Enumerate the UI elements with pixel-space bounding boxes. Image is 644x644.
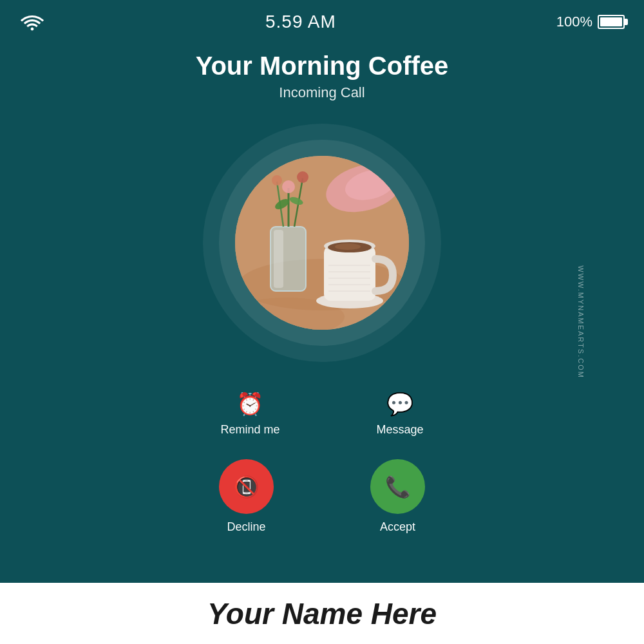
- accept-label: Accept: [380, 520, 415, 534]
- action-row: ⏰ Remind me 💬 Message: [220, 391, 423, 437]
- svg-point-10: [297, 171, 308, 183]
- accept-wrapper: 📞 Accept: [370, 459, 425, 534]
- battery-container: 100%: [556, 14, 625, 30]
- decline-icon: 📵: [234, 475, 260, 499]
- remind-me-action[interactable]: ⏰ Remind me: [220, 391, 279, 437]
- battery-icon: [598, 15, 625, 29]
- status-bar: 5.59 AM 100%: [0, 0, 644, 39]
- time-display: 5.59 AM: [265, 12, 336, 32]
- accept-button[interactable]: 📞: [370, 459, 425, 514]
- svg-rect-4: [274, 230, 283, 288]
- avatar: [235, 156, 409, 330]
- battery-percent-text: 100%: [556, 14, 592, 30]
- message-label: Message: [376, 423, 423, 437]
- remind-icon: ⏰: [236, 391, 263, 417]
- phone-screen: 5.59 AM 100% Your Morning Coffee Incomin…: [0, 0, 644, 644]
- svg-point-8: [282, 180, 295, 193]
- decline-label: Decline: [227, 520, 265, 534]
- svg-point-17: [335, 243, 361, 250]
- caller-name: Your Morning Coffee: [196, 52, 449, 80]
- avatar-wrapper: [200, 120, 444, 365]
- svg-point-9: [272, 175, 282, 185]
- decline-wrapper: 📵 Decline: [219, 459, 274, 534]
- wifi-icon: [19, 12, 45, 32]
- banner-text: Your Name Here: [207, 596, 437, 631]
- message-icon: 💬: [386, 391, 413, 417]
- watermark: WWW.MYNAMEARTS.COM: [577, 265, 585, 379]
- svg-rect-14: [324, 246, 375, 301]
- decline-button[interactable]: 📵: [219, 459, 274, 514]
- remind-label: Remind me: [220, 423, 279, 437]
- accept-icon: 📞: [385, 475, 411, 499]
- call-status: Incoming Call: [279, 84, 365, 101]
- message-action[interactable]: 💬 Message: [376, 391, 423, 437]
- call-buttons-row: 📵 Decline 📞 Accept: [219, 459, 425, 534]
- bottom-banner: Your Name Here: [0, 583, 644, 644]
